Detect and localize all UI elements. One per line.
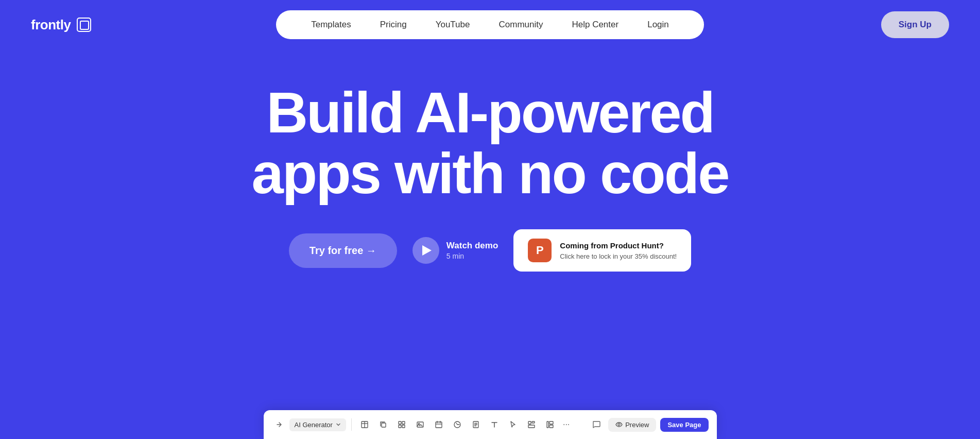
svg-rect-7: [402, 425, 405, 428]
ai-generator-select[interactable]: AI Generator: [289, 418, 346, 431]
hero-buttons: Try for free → Watch demo 5 min P Coming…: [289, 229, 691, 272]
nav-help-center[interactable]: Help Center: [557, 16, 633, 33]
watch-demo-time: 5 min: [446, 252, 498, 260]
play-icon: [412, 237, 439, 264]
hero-title-line2: apps with no code: [252, 141, 729, 206]
toolbar-back-button[interactable]: [272, 417, 286, 432]
toolbar-note-icon[interactable]: [468, 417, 484, 432]
toolbar-copy-icon[interactable]: [375, 417, 391, 432]
watch-demo-button[interactable]: Watch demo 5 min: [412, 237, 498, 264]
toolbar-grid-icon[interactable]: [394, 417, 409, 432]
svg-rect-20: [532, 421, 535, 423]
svg-rect-10: [436, 422, 442, 428]
svg-rect-24: [549, 425, 553, 428]
product-hunt-card[interactable]: P Coming from Product Hunt? Click here t…: [513, 229, 691, 272]
toolbar-layout-icon[interactable]: [542, 417, 558, 432]
svg-rect-23: [549, 421, 553, 424]
toolbar-chart-icon[interactable]: [450, 417, 465, 432]
toolbar-components-icon[interactable]: [524, 417, 539, 432]
watch-demo-text: Watch demo 5 min: [446, 241, 498, 260]
preview-button[interactable]: Preview: [608, 418, 656, 432]
header: frontly Templates Pricing YouTube Commun…: [0, 10, 980, 39]
svg-point-25: [618, 424, 620, 426]
toolbar-image-icon[interactable]: [412, 417, 428, 432]
toolbar-cursor-icon[interactable]: [505, 417, 521, 432]
logo-text: frontly: [31, 17, 71, 33]
bottom-toolbar: AI Generator ··· Preview: [264, 410, 717, 439]
hero-title-line1: Build AI-powered: [266, 80, 714, 145]
nav-bar: Templates Pricing YouTube Community Help…: [276, 10, 704, 39]
hero-section: Build AI-powered apps with no code Try f…: [0, 82, 980, 272]
product-hunt-subtitle: Click here to lock in your 35% discount!: [560, 252, 677, 260]
toolbar-table-icon[interactable]: [357, 417, 372, 432]
toolbar-calendar-icon[interactable]: [431, 417, 446, 432]
toolbar-text-icon[interactable]: [487, 417, 502, 432]
product-hunt-title: Coming from Product Hunt?: [560, 241, 677, 251]
logo-icon: [77, 18, 91, 32]
toolbar-more-button[interactable]: ···: [561, 420, 572, 429]
logo[interactable]: frontly: [31, 17, 91, 33]
svg-rect-4: [399, 421, 401, 424]
toolbar-divider-1: [351, 418, 352, 431]
try-free-button[interactable]: Try for free →: [289, 233, 397, 268]
product-hunt-badge: P: [528, 239, 552, 262]
nav-login[interactable]: Login: [633, 16, 683, 33]
svg-rect-6: [399, 425, 401, 428]
product-hunt-text: Coming from Product Hunt? Click here to …: [560, 241, 677, 260]
nav-templates[interactable]: Templates: [297, 16, 365, 33]
hero-title: Build AI-powered apps with no code: [252, 82, 729, 204]
watch-demo-label: Watch demo: [446, 241, 498, 251]
svg-rect-19: [528, 421, 531, 424]
svg-rect-22: [547, 421, 548, 428]
nav-pricing[interactable]: Pricing: [366, 16, 421, 33]
save-page-button[interactable]: Save Page: [660, 418, 708, 432]
nav-youtube[interactable]: YouTube: [421, 16, 485, 33]
signup-button[interactable]: Sign Up: [881, 11, 949, 38]
preview-label: Preview: [625, 421, 649, 429]
nav-community[interactable]: Community: [484, 16, 557, 33]
toolbar-comment-icon[interactable]: [589, 417, 604, 432]
svg-rect-5: [402, 421, 405, 424]
svg-point-9: [418, 423, 419, 424]
toolbar-right: Preview Save Page: [589, 417, 708, 432]
svg-rect-21: [528, 425, 535, 428]
ai-generator-label: AI Generator: [295, 421, 333, 429]
svg-rect-3: [382, 423, 386, 427]
